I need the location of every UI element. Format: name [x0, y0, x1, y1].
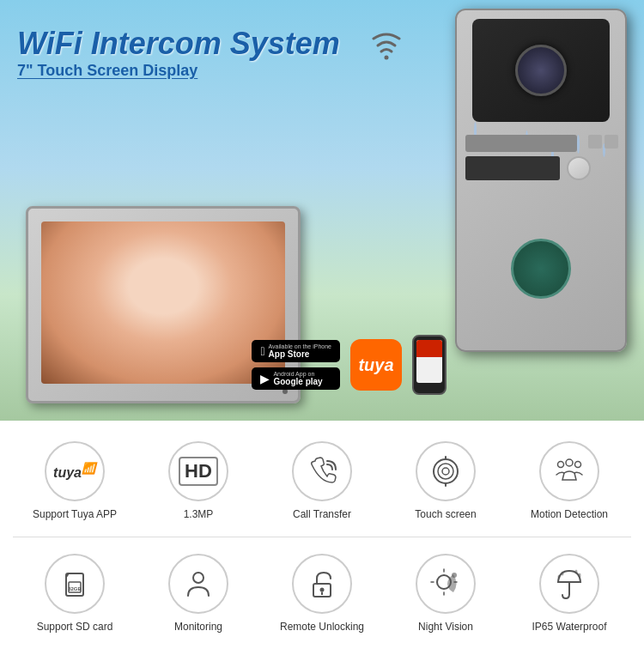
sd-card-icon: 32GB	[58, 567, 92, 601]
svg-point-25	[558, 575, 561, 579]
phone-wave-icon	[305, 454, 339, 488]
google-icon: ▶	[260, 372, 270, 385]
feature-night-vision-label: Night Vision	[418, 621, 473, 633]
monitor-screen	[41, 221, 285, 384]
svg-point-8	[575, 462, 581, 468]
person-icon	[181, 567, 216, 601]
monitoring-icon-circle	[168, 554, 228, 614]
feature-remote-unlocking: Remote Unlocking	[275, 554, 369, 633]
feature-monitoring-label: Monitoring	[174, 621, 222, 633]
google-play-button[interactable]: ▶ Android App on Google play	[252, 367, 340, 390]
svg-point-12	[193, 573, 204, 583]
touch-screen-icon-circle	[416, 441, 476, 501]
outdoor-camera	[472, 19, 610, 122]
svg-point-23	[562, 572, 564, 576]
motion-detection-icon-circle	[539, 441, 599, 501]
feature-motion-detection: Motion Detection	[522, 441, 617, 520]
outdoor-icons	[588, 135, 618, 149]
feature-sd-card-label: Support SD card	[37, 621, 113, 633]
touchscreen-icon	[428, 454, 463, 488]
tuya-icon-circle: tuya📶	[45, 441, 105, 501]
feature-touch-screen: Touch screen	[398, 441, 493, 520]
tuya-badge: tuya	[350, 339, 402, 391]
sub-title: 7" Touch Screen Display	[17, 62, 340, 80]
apple-icon: 	[260, 344, 264, 358]
camera-lens	[515, 45, 567, 96]
features-row-2: 32GB Support SD card Monitoring	[13, 542, 631, 645]
feature-tuya-label: Support Tuya APP	[33, 508, 117, 520]
google-play-label: Android App on Google play	[273, 371, 322, 386]
svg-text:32GB: 32GB	[68, 586, 82, 591]
outdoor-speaker	[465, 135, 577, 152]
feature-tuya-app: tuya📶 Support Tuya APP	[27, 441, 122, 520]
feature-hd-label: 1.3MP	[184, 508, 214, 520]
feature-waterproof: IP65 Waterproof	[522, 554, 617, 633]
hd-icon-circle: HD	[168, 441, 228, 501]
svg-point-0	[385, 56, 389, 60]
sd-card-icon-circle: 32GB	[45, 554, 105, 614]
feature-night-vision: Night Vision	[398, 554, 493, 633]
feature-call-transfer-label: Call Transfer	[293, 508, 351, 520]
night-vision-icon-circle	[416, 554, 476, 614]
outdoor-icon-2	[605, 135, 618, 149]
monitor-image	[41, 221, 285, 384]
feature-waterproof-label: IP65 Waterproof	[532, 621, 607, 633]
unlock-icon	[305, 567, 339, 601]
app-store-button[interactable]:  Available on the iPhone App Store	[252, 340, 340, 362]
svg-point-7	[558, 462, 564, 468]
features-section: tuya📶 Support Tuya APP HD 1.3MP Call Tra…	[0, 421, 644, 649]
app-store-area:  Available on the iPhone App Store ▶ An…	[252, 335, 447, 395]
umbrella-icon	[552, 567, 586, 601]
features-row-1: tuya📶 Support Tuya APP HD 1.3MP Call Tra…	[13, 429, 631, 532]
feature-hd: HD 1.3MP	[151, 441, 246, 520]
remote-unlocking-icon-circle	[292, 554, 352, 614]
feature-monitoring: Monitoring	[151, 554, 246, 633]
outdoor-display	[465, 156, 560, 180]
svg-point-1	[434, 459, 458, 483]
wifi-icon	[369, 30, 404, 66]
outdoor-keypad	[511, 239, 571, 299]
svg-point-24	[575, 570, 578, 574]
feature-touch-screen-label: Touch screen	[415, 508, 476, 520]
call-transfer-icon-circle	[292, 441, 352, 501]
phone-mockup	[412, 335, 447, 395]
svg-point-26	[579, 573, 581, 578]
phone-screen	[416, 340, 442, 383]
waterproof-icon-circle	[539, 554, 599, 614]
svg-point-2	[438, 464, 453, 479]
svg-point-14	[320, 588, 325, 592]
feature-sd-card: 32GB Support SD card	[27, 554, 122, 633]
feature-call-transfer: Call Transfer	[275, 441, 369, 520]
outdoor-icon-1	[588, 135, 602, 149]
main-title: WiFi Intercom System	[17, 26, 340, 62]
app-store-label: Available on the iPhone App Store	[269, 343, 331, 359]
svg-point-6	[566, 459, 573, 466]
people-icon	[552, 454, 586, 488]
svg-point-21	[452, 573, 457, 578]
svg-point-3	[442, 468, 449, 475]
feature-remote-unlocking-label: Remote Unlocking	[280, 621, 364, 633]
store-buttons:  Available on the iPhone App Store ▶ An…	[252, 340, 340, 390]
hero-section: WiFi Intercom System 7" Touch Screen Dis…	[0, 0, 644, 421]
outdoor-unit	[455, 9, 627, 352]
title-area: WiFi Intercom System 7" Touch Screen Dis…	[17, 26, 340, 80]
features-divider	[13, 537, 631, 537]
phone-screen-app	[416, 340, 442, 357]
outdoor-button	[567, 156, 591, 180]
feature-motion-detection-label: Motion Detection	[531, 508, 608, 520]
night-vision-icon	[428, 567, 463, 601]
